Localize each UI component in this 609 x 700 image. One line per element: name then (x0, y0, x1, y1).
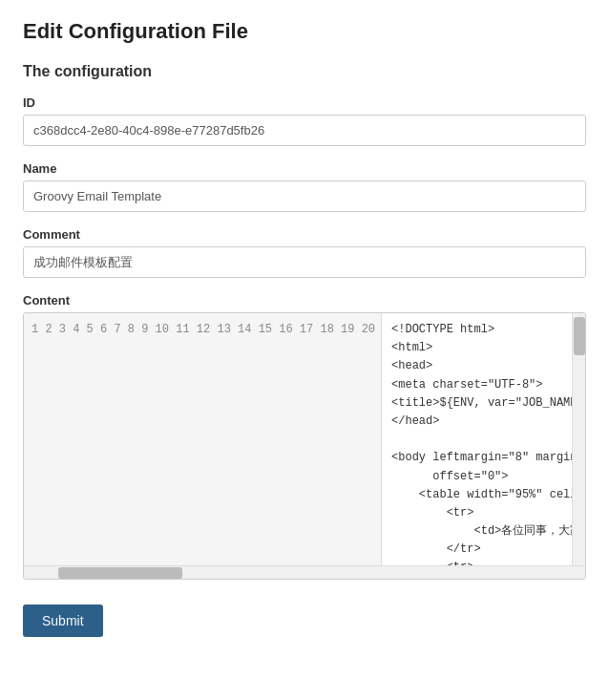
comment-label: Comment (23, 227, 586, 242)
id-input[interactable] (23, 115, 586, 146)
code-textarea[interactable]: <!DOCTYPE html> <html> <head> <meta char… (382, 313, 572, 565)
comment-field-group: Comment (23, 227, 586, 278)
code-editor[interactable]: 1 2 3 4 5 6 7 8 9 10 11 12 13 14 15 16 1… (23, 312, 586, 580)
scrollbar-thumb-horizontal[interactable] (58, 567, 182, 579)
name-input[interactable] (23, 180, 586, 212)
submit-button[interactable]: Submit (23, 605, 103, 637)
name-label: Name (23, 161, 586, 176)
page-title: Edit Configuration File (23, 19, 586, 44)
line-numbers: 1 2 3 4 5 6 7 8 9 10 11 12 13 14 15 16 1… (24, 313, 382, 565)
scrollbar-thumb-vertical[interactable] (574, 317, 585, 355)
scrollbar-vertical[interactable] (572, 313, 585, 565)
scrollbar-x-track[interactable] (54, 566, 585, 579)
content-section: Content 1 2 3 4 5 6 7 8 9 10 11 12 13 14… (23, 293, 586, 580)
name-field-group: Name (23, 161, 586, 212)
id-label: ID (23, 95, 586, 110)
comment-input[interactable] (23, 246, 586, 278)
id-field-group: ID (23, 95, 586, 146)
content-label: Content (23, 293, 586, 308)
scrollbar-horizontal-wrapper (24, 565, 585, 579)
section-title: The configuration (23, 63, 586, 80)
